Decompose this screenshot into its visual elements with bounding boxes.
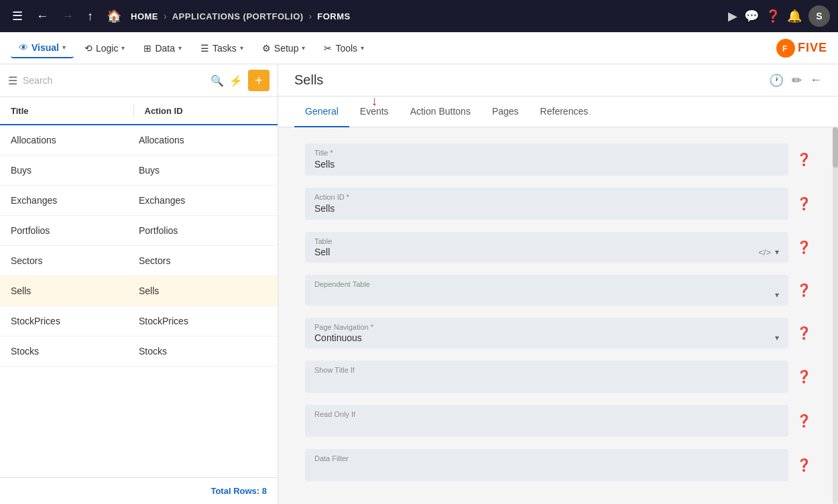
tab-action-buttons-label: Action Buttons [410, 106, 471, 117]
forms-label[interactable]: FORMS [317, 11, 350, 21]
scrollbar-thumb[interactable] [833, 127, 838, 168]
dependent-table-help-icon[interactable]: ❓ [796, 283, 811, 298]
list-item[interactable]: Stocks Stocks [0, 336, 278, 367]
dependent-table-label: Dependent Table [314, 280, 779, 288]
data-filter-value [314, 464, 317, 475]
five-logo: F FIVE [776, 39, 827, 58]
close-button[interactable]: ← [810, 73, 822, 87]
nav-setup[interactable]: ⚙ Setup ▾ [254, 39, 314, 58]
table-body: Allocations Allocations Buys Buys Exchan… [0, 125, 278, 477]
sidebar-hamburger[interactable]: ☰ [8, 74, 17, 87]
breadcrumb-sep-1: › [164, 11, 167, 21]
data-filter-label: Data Filter [314, 454, 779, 462]
show-title-help-icon[interactable]: ❓ [796, 369, 811, 384]
list-item[interactable]: Buys Buys [0, 155, 278, 186]
home-icon[interactable]: 🏠 [103, 6, 125, 26]
table-help-icon[interactable]: ❓ [796, 240, 811, 255]
main-layout: ☰ 🔍 ⚡ + Title Action ID Allocations Allo… [0, 64, 838, 504]
show-title-container: Show Title If [305, 361, 788, 393]
page-nav-arrow[interactable]: ▾ [775, 333, 779, 342]
row-title: Sells [11, 286, 139, 296]
nav-visual[interactable]: 👁 Visual ▾ [11, 38, 74, 58]
tools-arrow: ▾ [361, 44, 364, 52]
table-value: Sell [314, 247, 330, 257]
row-title: Sectors [11, 255, 139, 266]
action-id-help-icon[interactable]: ❓ [796, 196, 811, 211]
list-item-selected[interactable]: Sells Sells [0, 276, 278, 306]
title-value: Sells [314, 159, 335, 170]
read-only-help-icon[interactable]: ❓ [796, 414, 811, 428]
table-select[interactable]: Sell </> ▾ [314, 247, 779, 257]
dependent-table-container: Dependent Table ▾ [305, 275, 788, 306]
tools-icon: ✂ [324, 43, 332, 54]
nav-data[interactable]: ⊞ Data ▾ [135, 39, 190, 58]
visual-icon: 👁 [19, 42, 28, 53]
search-input[interactable] [23, 75, 205, 86]
setup-icon: ⚙ [262, 43, 271, 54]
breadcrumb-sep-2: › [309, 11, 312, 21]
nav-logic[interactable]: ⟲ Logic ▾ [76, 39, 133, 58]
edit-button[interactable]: ✏ [792, 73, 802, 88]
dependent-table-select[interactable]: ▾ [314, 290, 779, 300]
page-nav-container: Page Navigation * Continuous ▾ [305, 318, 788, 349]
up-icon[interactable]: ↑ [83, 7, 97, 26]
top-nav: ☰ ← → ↑ 🏠 HOME › APPLICATIONS (PORTFOLIO… [0, 0, 838, 32]
dependent-table-arrow[interactable]: ▾ [775, 290, 779, 300]
page-nav-help-icon[interactable]: ❓ [796, 326, 811, 340]
search-button[interactable]: 🔍 [211, 74, 224, 87]
setup-label: Setup [274, 43, 299, 54]
tab-events[interactable]: Events ↓ [349, 97, 400, 127]
flash-button[interactable]: ⚡ [229, 74, 243, 87]
tab-general[interactable]: General [294, 97, 349, 127]
total-rows-count: 8 [262, 486, 267, 496]
list-item[interactable]: Portfolios Portfolios [0, 216, 278, 246]
row-title: StockPrices [11, 316, 139, 326]
logic-icon: ⟲ [84, 43, 93, 54]
help-icon[interactable]: ❓ [766, 9, 780, 23]
tab-action-buttons[interactable]: Action Buttons [400, 97, 481, 127]
row-action: Stocks [139, 346, 267, 357]
back-icon[interactable]: ← [32, 7, 52, 26]
list-item[interactable]: StockPrices StockPrices [0, 306, 278, 336]
history-button[interactable]: 🕐 [769, 73, 784, 88]
tab-events-label: Events [360, 106, 389, 117]
data-filter-field-row: Data Filter ❓ [305, 449, 811, 481]
title-help-icon[interactable]: ❓ [796, 152, 811, 167]
title-field-container: Title * Sells [305, 143, 788, 176]
table-icons: </> ▾ [758, 247, 779, 257]
tabs-bar: General Events ↓ Action Buttons Pages Re… [278, 97, 838, 127]
chat-icon[interactable]: 💬 [744, 9, 759, 23]
nav-tools[interactable]: ✂ Tools ▾ [316, 39, 372, 58]
home-label[interactable]: HOME [131, 11, 158, 21]
list-item[interactable]: Allocations Allocations [0, 125, 278, 155]
title-field-row: Title * Sells ❓ [305, 143, 811, 176]
list-item[interactable]: Sectors Sectors [0, 246, 278, 276]
dependent-table-field-row: Dependent Table ▾ ❓ [305, 275, 811, 306]
list-item[interactable]: Exchanges Exchanges [0, 186, 278, 216]
avatar[interactable]: S [809, 5, 830, 27]
tasks-icon: ☰ [200, 43, 209, 54]
row-title: Exchanges [11, 195, 139, 206]
dropdown-arrow[interactable]: ▾ [775, 247, 779, 257]
code-icon[interactable]: </> [758, 247, 771, 257]
svg-text:F: F [782, 44, 787, 54]
header-actions: 🕐 ✏ ← [769, 73, 822, 88]
tab-references[interactable]: References [530, 97, 599, 127]
nav-tasks[interactable]: ☰ Tasks ▾ [192, 39, 251, 58]
add-button[interactable]: + [248, 70, 270, 91]
data-filter-container: Data Filter [305, 449, 788, 481]
sidebar-toolbar: ☰ 🔍 ⚡ + [0, 64, 278, 97]
visual-arrow: ▾ [62, 44, 66, 51]
forward-icon[interactable]: → [58, 7, 78, 26]
hamburger-icon[interactable]: ☰ [8, 6, 27, 26]
page-nav-field-row: Page Navigation * Continuous ▾ ❓ [305, 318, 811, 349]
app-label[interactable]: APPLICATIONS (PORTFOLIO) [172, 11, 304, 21]
tab-pages[interactable]: Pages [481, 97, 530, 127]
data-label: Data [155, 43, 175, 54]
bell-icon[interactable]: 🔔 [787, 9, 802, 23]
play-icon[interactable]: ▶ [728, 9, 737, 23]
page-nav-select[interactable]: Continuous ▾ [314, 332, 779, 343]
row-title: Buys [11, 165, 139, 176]
scrollbar-track[interactable] [833, 127, 838, 504]
data-filter-help-icon[interactable]: ❓ [796, 458, 811, 472]
